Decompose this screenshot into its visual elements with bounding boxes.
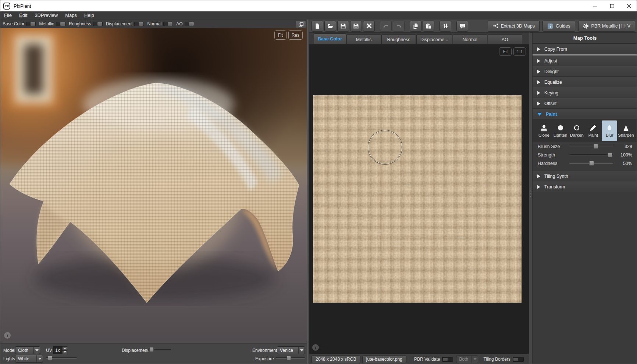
model-dropdown[interactable]: Cloth bbox=[15, 346, 40, 354]
displacement-switch[interactable] bbox=[134, 22, 144, 26]
tab-displacement[interactable]: Displaceme... bbox=[416, 35, 452, 44]
toggle-metallic[interactable]: Metallic bbox=[39, 21, 65, 26]
copy-button[interactable] bbox=[410, 21, 421, 32]
section-tiling-synth[interactable]: Tiling Synth bbox=[533, 171, 637, 181]
tool-sharpen[interactable]: Sharpen bbox=[618, 120, 634, 141]
toggle-label: Normal bbox=[147, 21, 161, 26]
brush-size-slider[interactable] bbox=[569, 144, 613, 149]
lights-label: Lights bbox=[3, 356, 15, 361]
section-copy-from[interactable]: Copy From bbox=[533, 44, 637, 54]
tool-darken[interactable]: Darken bbox=[569, 120, 584, 141]
close-file-button[interactable] bbox=[363, 21, 375, 32]
uv-decrement-button[interactable] bbox=[62, 350, 67, 354]
preview-fit-button[interactable]: Fit bbox=[274, 30, 287, 40]
paste-icon bbox=[426, 23, 431, 29]
undo-button[interactable] bbox=[380, 21, 392, 32]
pbr-validate-toggle[interactable] bbox=[442, 357, 453, 362]
toggle-ao[interactable]: AO bbox=[176, 21, 194, 26]
section-delight[interactable]: Delight bbox=[533, 66, 637, 77]
viewer-fit-button[interactable]: Fit bbox=[499, 47, 512, 56]
menu-maps[interactable]: Maps bbox=[61, 11, 81, 19]
open-file-button[interactable] bbox=[324, 21, 336, 32]
viewer-1to1-button[interactable]: 1:1 bbox=[513, 47, 526, 56]
tab-metallic[interactable]: Metallic bbox=[346, 35, 381, 44]
metallic-switch[interactable] bbox=[56, 22, 65, 26]
menu-edit[interactable]: Edit bbox=[15, 11, 31, 19]
tool-paint[interactable]: Paint bbox=[586, 120, 601, 141]
tiling-borders-toggle[interactable] bbox=[513, 357, 524, 362]
panel-splitter-right[interactable] bbox=[529, 33, 533, 364]
environment-dropdown[interactable]: Venice bbox=[277, 346, 305, 354]
toggle-normal[interactable]: Normal bbox=[147, 21, 173, 26]
hardness-value: 50% bbox=[617, 161, 632, 166]
texture-filename-button[interactable]: jute-basecolor.png bbox=[362, 356, 406, 363]
exposure-slider[interactable] bbox=[275, 356, 305, 360]
save-button[interactable] bbox=[337, 21, 349, 32]
tool-clone[interactable]: Clone bbox=[536, 120, 552, 141]
environment-value: Venice bbox=[277, 348, 298, 353]
redo-button[interactable] bbox=[393, 21, 405, 32]
section-adjust[interactable]: Adjust bbox=[533, 55, 637, 66]
section-equalize[interactable]: Equalize bbox=[533, 77, 637, 87]
menu-bar: File Edit 3D Preview Maps Help bbox=[0, 11, 637, 19]
preview-3d-viewport[interactable]: Fit Res i bbox=[0, 28, 307, 343]
chevron-down-icon bbox=[298, 347, 305, 354]
section-label: Offset bbox=[544, 101, 556, 106]
tab-normal[interactable]: Normal bbox=[453, 35, 487, 44]
collapsed-arrow-icon bbox=[537, 102, 540, 105]
new-document-button[interactable] bbox=[312, 21, 323, 32]
section-transform[interactable]: Transform bbox=[533, 181, 637, 192]
tab-ao[interactable]: AO bbox=[488, 35, 522, 44]
collapsed-arrow-icon bbox=[537, 47, 540, 51]
copy-icon bbox=[413, 23, 419, 29]
menu-3d-preview[interactable]: 3D Preview bbox=[31, 11, 61, 19]
toggle-displacement[interactable]: Displacement bbox=[106, 21, 144, 26]
lights-dropdown[interactable]: White bbox=[15, 355, 43, 363]
maximize-button[interactable] bbox=[604, 0, 620, 11]
uv-stepper[interactable]: 1x bbox=[53, 346, 67, 354]
displacement-slider[interactable] bbox=[147, 347, 171, 352]
menu-help[interactable]: Help bbox=[81, 11, 98, 19]
save-as-button[interactable] bbox=[350, 21, 362, 32]
blur-drop-icon bbox=[605, 124, 614, 132]
lights-slider[interactable] bbox=[46, 356, 77, 360]
pbr-mode-dropdown[interactable]: Both bbox=[456, 356, 478, 363]
ao-switch[interactable] bbox=[185, 22, 194, 26]
section-paint[interactable]: Paint bbox=[533, 109, 637, 119]
tab-base-color[interactable]: Base Color bbox=[314, 33, 346, 44]
section-keying[interactable]: Keying bbox=[533, 87, 637, 98]
brush-size-label: Brush Size bbox=[538, 144, 569, 149]
paste-button[interactable] bbox=[423, 21, 434, 32]
undo-icon bbox=[383, 24, 389, 29]
viewer-info-icon[interactable]: i bbox=[312, 344, 319, 351]
texture-canvas[interactable] bbox=[313, 95, 522, 303]
tool-lighten[interactable]: Lighten bbox=[553, 120, 568, 141]
feedback-button[interactable] bbox=[456, 21, 468, 32]
toggle-label: AO bbox=[176, 21, 182, 26]
roughness-switch[interactable] bbox=[93, 22, 103, 26]
tab-roughness[interactable]: Roughness bbox=[381, 35, 416, 44]
preview-info-icon[interactable]: i bbox=[4, 332, 11, 339]
section-offset[interactable]: Offset bbox=[533, 98, 637, 109]
minimize-button[interactable] bbox=[587, 0, 604, 11]
normal-switch[interactable] bbox=[163, 22, 173, 26]
settings-gear-icon bbox=[583, 23, 589, 29]
toggle-base-color[interactable]: Base Color bbox=[3, 21, 36, 26]
model-label: Model bbox=[3, 348, 15, 353]
menu-file[interactable]: File bbox=[0, 11, 15, 19]
guides-button[interactable]: Guides bbox=[542, 21, 575, 32]
base-color-switch[interactable] bbox=[26, 22, 36, 26]
panel-splitter-left[interactable] bbox=[307, 19, 309, 364]
uv-increment-button[interactable] bbox=[62, 346, 67, 350]
preview-res-button[interactable]: Res bbox=[288, 30, 303, 40]
tool-blur[interactable]: Blur bbox=[602, 120, 617, 141]
close-button[interactable] bbox=[620, 0, 637, 11]
swap-maps-button[interactable] bbox=[440, 21, 451, 32]
toggle-roughness[interactable]: Roughness bbox=[69, 21, 103, 26]
extract-3d-maps-button[interactable]: Extract 3D Maps bbox=[488, 21, 540, 32]
hardness-slider[interactable] bbox=[569, 161, 613, 166]
texture-size-button[interactable]: 2048 x 2048 x sRGB bbox=[312, 356, 360, 363]
pbr-mode-button[interactable]: PBR Metallic | H+V bbox=[578, 21, 635, 32]
strength-slider[interactable] bbox=[569, 152, 613, 157]
section-label: Equalize bbox=[544, 80, 562, 85]
